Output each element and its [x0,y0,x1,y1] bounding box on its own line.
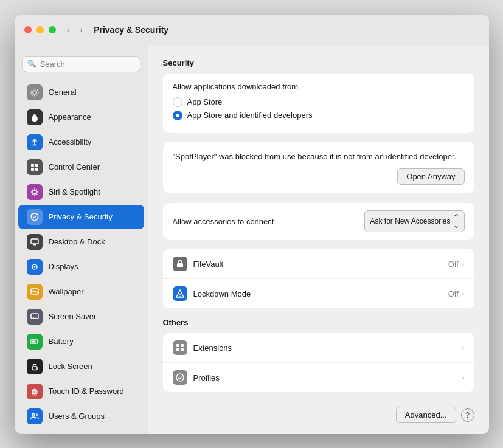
allow-apps-inner: Allow applications downloaded from App S… [163,74,474,133]
search-icon: 🔍 [27,60,36,68]
close-button[interactable] [24,26,32,33]
search-input[interactable] [40,60,135,69]
allow-apps-label: Allow applications downloaded from [173,82,465,91]
sidebar-item-lock-screen[interactable]: Lock Screen [18,354,144,379]
sidebar-item-appearance[interactable]: Appearance [18,105,144,129]
accessories-select[interactable]: Ask for New Accessories ⌃⌄ [364,210,464,232]
sidebar-item-label-siri-spotlight: Siri & Spotlight [49,187,100,196]
svg-point-30 [176,374,184,381]
radio-circle-app-store[interactable] [173,97,182,107]
title-bar: ‹ › Privacy & Security [15,15,489,46]
svg-rect-27 [181,344,184,347]
lock-screen-icon [27,359,43,374]
sidebar-item-desktop-dock[interactable]: Desktop & Dock [18,230,144,254]
screen-saver-icon [27,309,43,325]
sidebar-item-wallpaper[interactable]: Wallpaper [18,280,144,304]
lockdown-value: Off [448,289,459,298]
security-section-title: Security [163,58,474,67]
sidebar-item-battery[interactable]: Battery [18,329,144,354]
radio-app-store[interactable]: App Store [173,97,465,107]
extensions-label: Extensions [193,343,232,353]
battery-icon [27,334,43,350]
accessories-chevron-icon: ⌃⌄ [453,213,459,230]
svg-point-21 [36,414,38,416]
sidebar-item-control-center[interactable]: Control Center [18,155,144,179]
sidebar-item-general[interactable]: General [18,80,144,105]
svg-rect-13 [31,314,38,319]
extensions-row[interactable]: Extensions › [163,333,474,363]
sidebar-item-label-wallpaper: Wallpaper [49,287,84,296]
filevault-value: Off [448,260,459,269]
filevault-chevron-icon: › [462,260,465,267]
appearance-icon [27,109,43,125]
filevault-icon [173,257,187,271]
minimize-button[interactable] [36,26,44,33]
svg-point-19 [34,391,35,393]
forward-button[interactable]: › [76,23,86,36]
blocked-app-card: "SpotPlayer" was blocked from use becaus… [163,142,474,194]
svg-rect-9 [33,244,36,246]
help-button[interactable]: ? [461,408,474,422]
sidebar-item-label-privacy-security: Privacy & Security [49,212,113,221]
window-title: Privacy & Security [94,25,168,35]
others-section-title: Others [163,318,474,327]
radio-app-store-identified[interactable]: App Store and identified developers [173,111,465,120]
sidebar-item-screen-saver[interactable]: Screen Saver [18,305,144,329]
back-button[interactable]: ‹ [63,23,74,36]
blocked-message: "SpotPlayer" was blocked from use becaus… [173,151,465,163]
sidebar-item-label-lock-screen: Lock Screen [49,362,92,371]
sidebar-item-label-screen-saver: Screen Saver [49,312,97,321]
control-center-icon [27,159,43,175]
desktop-dock-icon [27,234,43,250]
extensions-right: › [462,344,465,351]
open-anyway-button[interactable]: Open Anyway [397,168,464,185]
lockdown-chevron-icon: › [462,290,465,297]
lockdown-icon [173,286,187,301]
filevault-left: FileVault [173,257,224,271]
sidebar-item-label-control-center: Control Center [49,162,100,171]
sidebar-item-displays[interactable]: Displays [18,255,144,279]
system-preferences-window: ‹ › Privacy & Security 🔍 GeneralAppearan… [15,15,489,434]
accessories-label: Allow accessories to connect [173,217,274,226]
filevault-row[interactable]: FileVault Off › [163,249,474,279]
lockdown-row[interactable]: Lockdown Mode Off › [163,279,474,308]
filevault-right: Off › [448,260,465,269]
users-groups-icon [27,408,43,424]
profiles-row[interactable]: Profiles › [163,363,474,392]
displays-icon [27,259,43,275]
sidebar-item-label-general: General [49,88,77,97]
radio-circle-app-store-identified[interactable] [173,111,182,120]
profiles-right: › [462,374,465,381]
sidebar-item-label-displays: Displays [49,262,78,271]
filevault-label: FileVault [193,260,224,269]
accessibility-icon [27,134,43,150]
sidebar-item-privacy-security[interactable]: Privacy & Security [18,205,144,229]
sidebar-item-label-touch-id-password: Touch ID & Password [49,387,124,396]
advanced-button[interactable]: Advanced... [396,407,456,423]
svg-rect-3 [31,164,34,167]
traffic-lights [24,26,56,33]
svg-point-0 [33,91,36,94]
allow-apps-card: Allow applications downloaded from App S… [163,74,474,133]
svg-point-2 [33,139,35,140]
extensions-icon [173,340,187,355]
search-box[interactable]: 🔍 [22,56,140,72]
sidebar-item-accessibility[interactable]: Accessibility [18,130,144,154]
sidebar-item-touch-id-password[interactable]: Touch ID & Password [18,379,144,404]
svg-point-25 [179,296,180,297]
svg-rect-29 [181,348,184,351]
svg-point-11 [33,266,35,267]
main-content: Security Allow applications downloaded f… [148,46,489,434]
profiles-icon [173,370,187,385]
lockdown-label: Lockdown Mode [193,289,251,298]
sidebar-item-users-groups[interactable]: Users & Groups [18,404,144,429]
general-icon [27,84,43,100]
svg-rect-16 [32,367,37,370]
lockdown-left: Lockdown Mode [173,286,251,301]
touch-id-password-icon [27,384,43,399]
others-card: Extensions › Profiles [163,333,474,392]
security-features-card: FileVault Off › [163,249,474,308]
sidebar-item-siri-spotlight[interactable]: Siri & Spotlight [18,180,144,204]
maximize-button[interactable] [49,26,56,33]
sidebar-item-label-desktop-dock: Desktop & Dock [49,237,105,246]
